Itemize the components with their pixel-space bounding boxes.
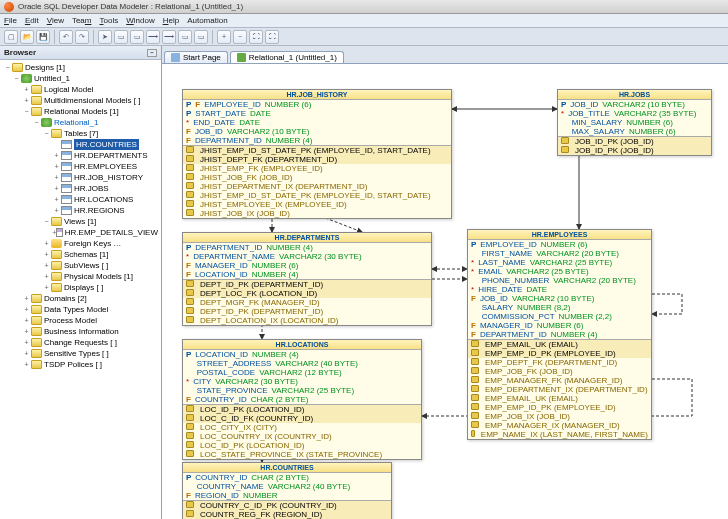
entity-countries[interactable]: HR.COUNTRIESCOUNTRY_IDCHAR (2 BYTE) COUN…	[182, 462, 392, 519]
tool-fit2-icon[interactable]: ⛶	[265, 30, 279, 44]
tree-node[interactable]: −Designs [1]	[2, 62, 159, 73]
tree-node[interactable]: +HR.EMPLOYEES	[2, 161, 159, 172]
entity-title: HR.LOCATIONS	[183, 340, 421, 350]
browser-tree[interactable]: −Designs [1]−Untitled_1+Logical Model+Mu…	[0, 60, 161, 519]
twist-icon[interactable]: +	[22, 315, 31, 326]
tree-node[interactable]: −Views [1]	[2, 216, 159, 227]
tool-entity-icon[interactable]: ▭	[114, 30, 128, 44]
tool-redo-icon[interactable]: ↷	[75, 30, 89, 44]
twist-icon[interactable]: +	[52, 183, 61, 194]
twist-icon[interactable]: +	[22, 359, 31, 370]
tree-node[interactable]: +HR.JOB_HISTORY	[2, 172, 159, 183]
menu-bar: File Edit View Team Tools Window Help Au…	[0, 14, 728, 28]
twist-icon[interactable]: +	[22, 326, 31, 337]
tree-node[interactable]: +Business Information	[2, 326, 159, 337]
twist-icon[interactable]: +	[42, 249, 51, 260]
twist-icon[interactable]: +	[52, 161, 61, 172]
tree-node[interactable]: HR.COUNTRIES	[2, 139, 159, 150]
twist-icon[interactable]: +	[42, 271, 51, 282]
tree-label: HR.COUNTRIES	[74, 139, 139, 150]
tree-node[interactable]: +Foreign Keys …	[2, 238, 159, 249]
key-icon	[186, 307, 194, 314]
tree-node[interactable]: −Relational_1	[2, 117, 159, 128]
entity-employees[interactable]: HR.EMPLOYEESEMPLOYEE_IDNUMBER (6) FIRST_…	[467, 229, 652, 440]
twist-icon[interactable]: +	[42, 238, 51, 249]
twist-icon[interactable]: +	[22, 304, 31, 315]
entity-departments[interactable]: HR.DEPARTMENTSDEPARTMENT_IDNUMBER (4)DEP…	[182, 232, 432, 326]
entity-locations[interactable]: HR.LOCATIONSLOCATION_IDNUMBER (4) STREET…	[182, 339, 422, 460]
twist-icon[interactable]: +	[22, 84, 31, 95]
tree-node[interactable]: +Data Types Model	[2, 304, 159, 315]
folder-icon	[31, 349, 42, 358]
tab-relational[interactable]: Relational_1 (Untitled_1)	[230, 51, 344, 63]
tool-undo-icon[interactable]: ↶	[59, 30, 73, 44]
folder-icon	[51, 129, 62, 138]
twist-icon[interactable]: −	[3, 62, 12, 73]
tree-node[interactable]: +TSDP Polices [ ]	[2, 359, 159, 370]
tree-node[interactable]: +HR.DEPARTMENTS	[2, 150, 159, 161]
tool-open-icon[interactable]: 📂	[20, 30, 34, 44]
tool-view-icon[interactable]: ▭	[130, 30, 144, 44]
twist-icon[interactable]	[52, 139, 61, 150]
tool-fit-icon[interactable]: ⛶	[249, 30, 263, 44]
tool-fk2-icon[interactable]: ⟶	[162, 30, 176, 44]
twist-icon[interactable]: +	[42, 282, 51, 293]
tree-node[interactable]: +Logical Model	[2, 84, 159, 95]
tree-node[interactable]: +HR.EMP_DETAILS_VIEW	[2, 227, 159, 238]
twist-icon[interactable]: +	[22, 95, 31, 106]
minimize-icon[interactable]: −	[147, 49, 157, 57]
tool-note2-icon[interactable]: ▭	[194, 30, 208, 44]
twist-icon[interactable]: −	[42, 128, 51, 139]
twist-icon[interactable]: +	[52, 205, 61, 216]
tool-save-icon[interactable]: 💾	[36, 30, 50, 44]
twist-icon[interactable]: −	[42, 216, 51, 227]
tree-node[interactable]: +Schemas [1]	[2, 249, 159, 260]
tree-node[interactable]: +Displays [ ]	[2, 282, 159, 293]
menu-help[interactable]: Help	[163, 16, 179, 25]
twist-icon[interactable]: +	[42, 260, 51, 271]
tool-new-icon[interactable]: ▢	[4, 30, 18, 44]
twist-icon[interactable]: +	[22, 337, 31, 348]
column-row: HIRE_DATEDATE	[468, 285, 651, 294]
tree-node[interactable]: −Tables [7]	[2, 128, 159, 139]
tree-node[interactable]: −Untitled_1	[2, 73, 159, 84]
index-row: LOC_ID_PK (LOCATION_ID)	[183, 441, 421, 450]
tool-note-icon[interactable]: ▭	[178, 30, 192, 44]
diagram-canvas[interactable]: HR.JOB_HISTORYEMPLOYEE_IDNUMBER (6)START…	[162, 64, 728, 519]
twist-icon[interactable]: −	[32, 117, 41, 128]
tree-node[interactable]: +HR.JOBS	[2, 183, 159, 194]
tool-zoom-out-icon[interactable]: −	[233, 30, 247, 44]
twist-icon[interactable]: +	[52, 172, 61, 183]
tree-node[interactable]: −Relational Models [1]	[2, 106, 159, 117]
twist-icon[interactable]: −	[22, 106, 31, 117]
tree-node[interactable]: +Process Model	[2, 315, 159, 326]
tree-node[interactable]: +Multidimensional Models [ ]	[2, 95, 159, 106]
tree-node[interactable]: +Change Requests [ ]	[2, 337, 159, 348]
tab-start-page[interactable]: Start Page	[164, 51, 228, 63]
entity-jobs[interactable]: HR.JOBSJOB_IDVARCHAR2 (10 BYTE)JOB_TITLE…	[557, 89, 712, 156]
entity-job_history[interactable]: HR.JOB_HISTORYEMPLOYEE_IDNUMBER (6)START…	[182, 89, 452, 219]
tree-node[interactable]: +Domains [2]	[2, 293, 159, 304]
twist-icon[interactable]: −	[12, 73, 21, 84]
tree-node[interactable]: +SubViews [ ]	[2, 260, 159, 271]
twist-icon[interactable]: +	[22, 293, 31, 304]
menu-edit[interactable]: Edit	[25, 16, 39, 25]
tree-node[interactable]: +Physical Models [1]	[2, 271, 159, 282]
tool-fk-icon[interactable]: ⟶	[146, 30, 160, 44]
tree-node[interactable]: +HR.LOCATIONS	[2, 194, 159, 205]
menu-window[interactable]: Window	[126, 16, 154, 25]
tree-node[interactable]: +Sensitive Types [ ]	[2, 348, 159, 359]
menu-automation[interactable]: Automation	[187, 16, 227, 25]
index-row: DEPT_ID_PK (DEPARTMENT_ID)	[183, 280, 431, 289]
menu-view[interactable]: View	[47, 16, 64, 25]
menu-team[interactable]: Team	[72, 16, 92, 25]
twist-icon[interactable]: +	[52, 194, 61, 205]
tool-zoom-in-icon[interactable]: +	[217, 30, 231, 44]
tree-node[interactable]: +HR.REGIONS	[2, 205, 159, 216]
menu-file[interactable]: File	[4, 16, 17, 25]
twist-icon[interactable]: +	[22, 348, 31, 359]
twist-icon[interactable]: +	[52, 150, 61, 161]
menu-tools[interactable]: Tools	[100, 16, 119, 25]
tree-label: Tables [7]	[64, 128, 98, 139]
tool-arrow-icon[interactable]: ➤	[98, 30, 112, 44]
